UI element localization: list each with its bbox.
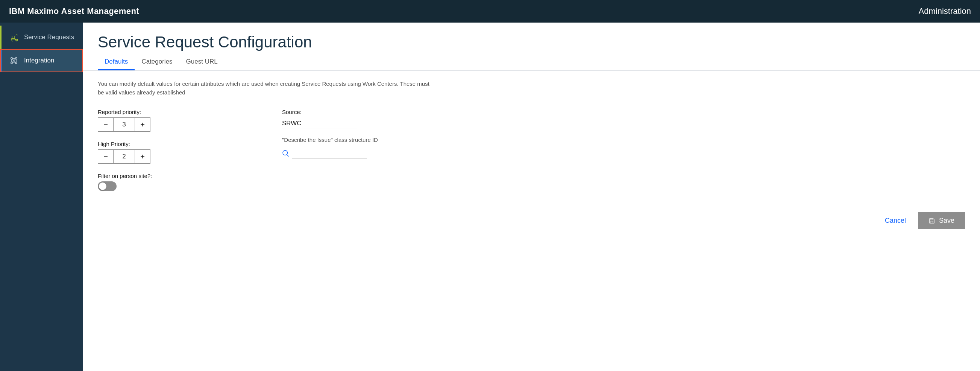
tab-defaults[interactable]: Defaults: [98, 54, 135, 70]
class-structure-input[interactable]: [292, 148, 367, 158]
toggle-track[interactable]: [98, 182, 116, 191]
high-priority-stepper: − 2 +: [98, 150, 150, 164]
filter-person-site-toggle[interactable]: [98, 182, 116, 191]
megaphone-icon: [9, 32, 19, 42]
svg-point-2: [11, 62, 13, 64]
reported-priority-group: Reported priority: − 3 +: [98, 109, 252, 132]
save-icon: [929, 218, 935, 224]
sidebar-item-label: Integration: [24, 57, 54, 64]
action-bar: Cancel Save: [83, 200, 980, 241]
high-priority-decrement[interactable]: −: [98, 150, 113, 163]
source-input[interactable]: [282, 118, 357, 129]
filter-person-site-toggle-wrapper: [98, 182, 252, 191]
right-form-section: Source: "Describe the Issue" class struc…: [282, 109, 436, 191]
reported-priority-increment[interactable]: +: [135, 118, 150, 131]
tab-categories[interactable]: Categories: [135, 54, 179, 70]
integration-icon: [9, 56, 19, 65]
section-title: Administration: [919, 6, 971, 16]
cancel-button[interactable]: Cancel: [879, 213, 912, 228]
sidebar: Service Requests Integration: [0, 22, 83, 371]
main-content: Service Request Configuration Defaults C…: [83, 22, 980, 371]
class-structure-label: "Describe the Issue" class structure ID: [282, 137, 436, 143]
filter-person-site-group: Filter on person site?:: [98, 173, 252, 191]
class-structure-search-wrapper: [282, 148, 436, 158]
app-header: IBM Maximo Asset Management Administrati…: [0, 0, 980, 22]
reported-priority-decrement[interactable]: −: [98, 118, 113, 131]
description-text: You can modify default values for certai…: [98, 80, 436, 97]
save-label: Save: [939, 217, 955, 225]
sidebar-item-integration[interactable]: Integration: [0, 49, 83, 72]
source-label: Source:: [282, 109, 436, 115]
high-priority-increment[interactable]: +: [135, 150, 150, 163]
sidebar-item-label: Service Requests: [24, 33, 74, 41]
filter-person-site-label: Filter on person site?:: [98, 173, 252, 179]
sidebar-item-service-requests[interactable]: Service Requests: [0, 25, 83, 49]
class-structure-group: "Describe the Issue" class structure ID: [282, 137, 436, 158]
svg-point-1: [16, 57, 17, 59]
source-group: Source:: [282, 109, 436, 129]
svg-point-0: [11, 57, 13, 59]
reported-priority-label: Reported priority:: [98, 109, 252, 115]
main-layout: Service Requests Integration: [0, 22, 980, 371]
class-structure-search-button[interactable]: [282, 150, 290, 157]
high-priority-group: High Priority: − 2 +: [98, 141, 252, 164]
tab-guest-url[interactable]: Guest URL: [180, 54, 224, 70]
svg-point-3: [16, 62, 17, 64]
content-area: You can modify default values for certai…: [83, 71, 980, 200]
tabs-bar: Defaults Categories Guest URL: [83, 54, 980, 71]
reported-priority-stepper: − 3 +: [98, 118, 150, 132]
reported-priority-value: 3: [113, 118, 135, 131]
page-title: Service Request Configuration: [83, 22, 980, 54]
left-form-section: Reported priority: − 3 + High Priority: …: [98, 109, 252, 191]
toggle-thumb: [99, 183, 107, 190]
app-title: IBM Maximo Asset Management: [9, 6, 139, 16]
high-priority-label: High Priority:: [98, 141, 252, 147]
form-grid: Reported priority: − 3 + High Priority: …: [98, 109, 436, 191]
save-button[interactable]: Save: [918, 212, 965, 229]
high-priority-value: 2: [113, 150, 135, 163]
